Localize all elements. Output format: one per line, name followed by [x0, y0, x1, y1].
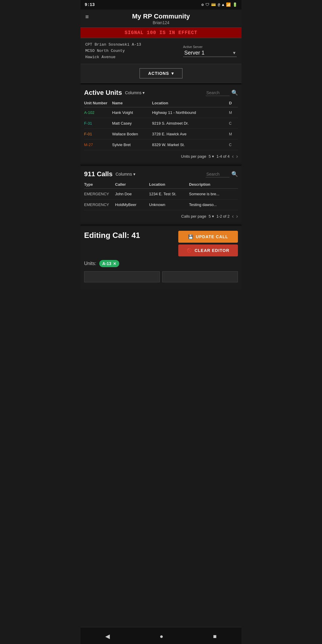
- col-unit-number: Unit Number: [84, 101, 111, 105]
- active-units-header: Active Units Columns ▾ 🔍: [80, 85, 242, 99]
- app-header: ≡ My RP Community Brian124: [80, 10, 242, 27]
- unit-location: 8329 W. Markel St.: [152, 143, 228, 147]
- at-icon: @: [218, 3, 220, 7]
- columns-label: Columns: [125, 90, 141, 95]
- unit-number: A-102: [84, 110, 111, 115]
- table-row[interactable]: EMERGENCY HoldMyBeer Unknown Testing daw…: [84, 199, 238, 210]
- table-row[interactable]: M-27 Sylvie Bret 8329 W. Markel St. C: [84, 140, 238, 150]
- unit-badge-close-icon[interactable]: ✕: [113, 261, 116, 266]
- editing-field-2[interactable]: [162, 271, 238, 282]
- app-title: My RP Community: [132, 13, 190, 20]
- per-page-select[interactable]: 5 ▾: [209, 154, 214, 159]
- unit-extra: C: [229, 143, 238, 147]
- calls-pagination: Calls per page 5 ▾ 1-2 of 2 ‹ ›: [80, 210, 242, 222]
- actions-label: ACTIONS: [148, 71, 169, 76]
- col-location: Location: [152, 101, 228, 105]
- calls-prev-page-icon[interactable]: ‹: [232, 213, 234, 219]
- units-text-label: Units:: [84, 261, 96, 266]
- editing-input-row: [84, 271, 238, 284]
- actions-arrow-icon: ▾: [171, 71, 174, 76]
- active-units-pagination: Units per page 5 ▾ 1-4 of 4 ‹ ›: [80, 150, 242, 162]
- calls-search-icon: 🔍: [231, 171, 238, 177]
- col-type: Type: [84, 182, 114, 187]
- unit-name: Hank Voight: [112, 110, 151, 115]
- calls-section: 911 Calls Columns ▾ 🔍 Type Caller Locati…: [80, 166, 242, 222]
- call-type: EMERGENCY: [84, 202, 114, 207]
- editing-buttons: 💾 UPDATE CALL 🚫 CLEAR EDITOR: [178, 231, 238, 256]
- active-units-title: Active Units: [84, 89, 122, 97]
- active-units-columns-header: Unit Number Name Location D: [84, 99, 238, 107]
- unit-name: Matt Casey: [112, 121, 151, 126]
- dropdown-arrow-icon: ▼: [233, 51, 236, 55]
- info-line2: MCSO North County: [85, 48, 141, 54]
- unit-location: Highway 11 - Northbound: [152, 110, 228, 115]
- unit-location: 3728 E. Hawick Ave: [152, 132, 228, 136]
- table-row[interactable]: A-102 Hank Voight Highway 11 - Northboun…: [84, 107, 238, 118]
- col-caller: Caller: [115, 182, 148, 187]
- clear-icon: 🚫: [187, 248, 192, 253]
- calls-search: 🔍: [206, 171, 238, 177]
- signal-icon: 📶: [226, 2, 231, 7]
- unit-name: Sylvie Bret: [112, 143, 151, 147]
- status-time: 9:13: [85, 2, 95, 7]
- server-select-dropdown[interactable]: Server 1 ▼: [183, 49, 237, 57]
- unit-extra: M: [229, 111, 238, 115]
- unit-location: 9219 S. Aimstreet Dr.: [152, 121, 228, 126]
- actions-button[interactable]: ACTIONS ▾: [140, 68, 182, 78]
- col-description: Description: [189, 182, 238, 187]
- call-caller: John Doe: [115, 192, 148, 196]
- menu-button[interactable]: ≡: [85, 14, 89, 21]
- status-icons: ⚙ 🛡 💳 @ ▲ 📶 🔋: [202, 2, 237, 7]
- calls-header: 911 Calls Columns ▾ 🔍: [80, 166, 242, 180]
- calls-pagination-range: 1-2 of 2: [216, 214, 230, 219]
- table-row[interactable]: F-01 Wallace Boden 3728 E. Hawick Ave M: [84, 129, 238, 140]
- update-call-button[interactable]: 💾 UPDATE CALL: [178, 231, 238, 243]
- table-row[interactable]: F-31 Matt Casey 9219 S. Aimstreet Dr. C: [84, 118, 238, 129]
- server-selector[interactable]: Active Server Server 1 ▼: [183, 45, 237, 57]
- calls-search-input[interactable]: [206, 171, 230, 177]
- active-units-table: Unit Number Name Location D A-102 Hank V…: [80, 99, 242, 150]
- unit-name: Wallace Boden: [112, 132, 151, 136]
- calls-columns-button[interactable]: Columns ▾: [115, 172, 135, 177]
- active-units-search: 🔍: [206, 89, 238, 96]
- next-page-icon[interactable]: ›: [236, 153, 238, 160]
- calls-columns-label: Columns: [115, 172, 132, 177]
- calls-title: 911 Calls: [84, 170, 112, 178]
- unit-number: F-01: [84, 132, 111, 136]
- calls-next-page-icon[interactable]: ›: [236, 213, 238, 219]
- info-line3: Hawick Avenue: [85, 54, 141, 61]
- col-d: D: [229, 101, 238, 105]
- columns-arrow-icon: ▾: [143, 90, 145, 95]
- per-page-value: 5: [209, 154, 211, 159]
- active-units-search-input[interactable]: [206, 90, 230, 96]
- active-units-columns-button[interactable]: Columns ▾: [125, 90, 145, 95]
- call-location: Unknown: [149, 202, 188, 207]
- editing-top: Editing Call: 41 💾 UPDATE CALL 🚫 CLEAR E…: [84, 231, 238, 256]
- call-caller: HoldMyBeer: [115, 202, 148, 207]
- table-row[interactable]: EMERGENCY John Doe 1234 E. Test St. Some…: [84, 189, 238, 199]
- editing-field-1[interactable]: [84, 271, 160, 282]
- unit-extra: C: [229, 121, 238, 126]
- update-call-label: UPDATE CALL: [196, 234, 228, 239]
- calls-table: Type Caller Location Description EMERGEN…: [80, 180, 242, 210]
- username-label: Brian124: [153, 20, 169, 25]
- card-icon: 💳: [211, 2, 216, 7]
- calls-columns-header: Type Caller Location Description: [84, 180, 238, 189]
- unit-badge-label: A-13: [102, 261, 111, 266]
- info-line1: CPT Brian Sosnowski A-13: [85, 42, 141, 48]
- info-text: CPT Brian Sosnowski A-13 MCSO North Coun…: [85, 42, 141, 60]
- info-row: CPT Brian Sosnowski A-13 MCSO North Coun…: [80, 38, 242, 64]
- prev-page-icon[interactable]: ‹: [232, 153, 234, 160]
- calls-columns-arrow-icon: ▾: [133, 172, 135, 177]
- calls-per-page-arrow-icon: ▾: [212, 214, 214, 219]
- status-bar: 9:13 ⚙ 🛡 💳 @ ▲ 📶 🔋: [80, 0, 242, 10]
- save-icon: 💾: [188, 234, 193, 239]
- call-type: EMERGENCY: [84, 192, 114, 196]
- col-call-location: Location: [149, 182, 188, 187]
- calls-per-page-select[interactable]: 5 ▾: [209, 214, 214, 219]
- signal-banner: SIGNAL 100 IS IN EFFECT: [80, 27, 242, 38]
- clear-editor-button[interactable]: 🚫 CLEAR EDITOR: [178, 244, 238, 256]
- shield-icon: 🛡: [205, 3, 209, 7]
- wifi-icon: ▲: [222, 3, 224, 7]
- active-server-label: Active Server: [183, 45, 202, 49]
